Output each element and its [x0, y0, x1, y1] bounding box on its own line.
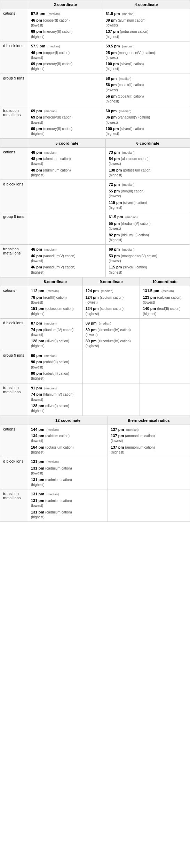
cell-content: 91 pm (median)74 pm (titanium(IV) cation… [31, 386, 80, 413]
table-row: group 9 ions90 pm (median)90 pm (cobalt(… [0, 351, 190, 383]
cell-content: 90 pm (median)90 pm (cobalt(II) cation)(… [31, 353, 80, 381]
row-label: group 9 ions [0, 212, 28, 245]
cell-content: 48 pm (median)48 pm (aluminum cation)(lo… [31, 150, 103, 178]
table-row: group 9 ions56 pm (median)56 pm (cobalt(… [0, 74, 190, 106]
row-label: cations [0, 147, 28, 180]
cell-content: 131.5 pm (median)123 pm (calcium cation)… [143, 288, 187, 316]
cell-1 [108, 489, 190, 522]
section-section-8-9-10: 8-coordinate9-coordinate10-coordinatecat… [0, 277, 190, 416]
cell-1: 89 pm (median)89 pm (zirconium(IV) catio… [82, 318, 140, 351]
col-header-0 [0, 0, 28, 9]
cell-content: 61.5 pm (median)55 pm (rhodium(V) cation… [109, 214, 187, 242]
section-table-section-2-4: 2-coordinate4-coordinatecations57.5 pm (… [0, 0, 190, 139]
table-row: cations144 pm (median)134 pm (calcium ca… [0, 425, 190, 457]
cell-1: 69 pm (median)53 pm (manganese(IV) catio… [106, 245, 190, 277]
cell-content: 112 pm (median)78 pm (iron(III) cation)(… [31, 288, 80, 316]
cell-0: 57.5 pm (median)46 pm (copper(I) cation)… [28, 9, 103, 41]
cell-1: 61.5 pm (median)39 pm (aluminum cation)(… [103, 9, 190, 41]
cell-0: 57.5 pm (median)46 pm (copper(I) cation)… [28, 41, 103, 74]
row-label: cations [0, 9, 28, 41]
table-row: cations48 pm (median)48 pm (aluminum cat… [0, 147, 190, 180]
row-label: d block ions [0, 41, 28, 74]
table-row: cations112 pm (median)78 pm (iron(III) c… [0, 286, 190, 319]
cell-content: 46 pm (median)46 pm (vanadium(V) cation)… [31, 247, 103, 275]
cell-2 [140, 318, 190, 351]
cell-1: 61.5 pm (median)55 pm (rhodium(V) cation… [106, 212, 190, 245]
col-header-2: 4-coordinate [103, 0, 190, 9]
row-label: d block ions [0, 180, 28, 212]
cell-content: 87 pm (median)74 pm (titanium(IV) cation… [31, 321, 80, 349]
cell-0: 46 pm (median)46 pm (vanadium(V) cation)… [28, 245, 106, 277]
cell-content: 144 pm (median)134 pm (calcium cation)(l… [31, 427, 105, 455]
cell-2 [140, 351, 190, 383]
table-row: transition metal ions46 pm (median)46 pm… [0, 245, 190, 277]
section-section-2-4: 2-coordinate4-coordinatecations57.5 pm (… [0, 0, 190, 139]
cell-1: 72 pm (median)55 pm (iron(III) cation)(l… [106, 180, 190, 212]
cell-2: 131.5 pm (median)123 pm (calcium cation)… [140, 286, 190, 319]
cell-content: 60 pm (median)36 pm (vanadium(V) cation)… [106, 108, 187, 136]
table-row: d block ions87 pm (median)74 pm (titaniu… [0, 318, 190, 351]
cell-1 [82, 351, 140, 383]
cell-content: 69 pm (median)53 pm (manganese(IV) catio… [109, 247, 187, 275]
cell-content: 56 pm (median)56 pm (cobalt(II) cation)(… [106, 76, 187, 104]
cell-content: 131 pm (median)131 pm (cadmium cation)(l… [31, 492, 105, 519]
cell-0: 144 pm (median)134 pm (calcium cation)(l… [28, 425, 108, 457]
cell-2 [140, 383, 190, 416]
cell-1: 56 pm (median)56 pm (cobalt(II) cation)(… [103, 74, 190, 106]
col-header-1: 5-coordinate [28, 139, 106, 147]
col-header-2: 6-coordinate [106, 139, 190, 147]
table-row: cations57.5 pm (median)46 pm (copper(I) … [0, 9, 190, 41]
cell-content: 61.5 pm (median)39 pm (aluminum cation)(… [106, 11, 187, 39]
row-label: cations [0, 425, 28, 457]
cell-0: 131 pm (median)131 pm (cadmium cation)(l… [28, 489, 108, 522]
cell-0 [28, 212, 106, 245]
section-section-5-6: 5-coordinate6-coordinatecations48 pm (me… [0, 139, 190, 277]
table-row: transition metal ions69 pm (median)69 pm… [0, 106, 190, 138]
col-header-0 [0, 277, 28, 286]
cell-0: 48 pm (median)48 pm (aluminum cation)(lo… [28, 147, 106, 180]
table-row: d block ions57.5 pm (median)46 pm (coppe… [0, 41, 190, 74]
cell-content: 57.5 pm (median)46 pm (copper(I) cation)… [31, 11, 100, 39]
row-label: d block ions [0, 457, 28, 489]
col-header-3: 10-coordinate [140, 277, 190, 286]
table-row: d block ions72 pm (median)55 pm (iron(II… [0, 180, 190, 212]
col-header-2: thermochemical radius [108, 416, 190, 425]
cell-0 [28, 74, 103, 106]
row-label: cations [0, 286, 28, 319]
row-label: transition metal ions [0, 489, 28, 522]
cell-0: 131 pm (median)131 pm (cadmium cation)(l… [28, 457, 108, 489]
table-row: group 9 ions61.5 pm (median)55 pm (rhodi… [0, 212, 190, 245]
table-row: transition metal ions91 pm (median)74 pm… [0, 383, 190, 416]
section-section-12-thermo: 12-coordinatethermochemical radiuscation… [0, 416, 190, 522]
cell-1 [108, 457, 190, 489]
cell-content: 73 pm (median)54 pm (aluminum cation)(lo… [109, 150, 187, 178]
section-table-section-5-6: 5-coordinate6-coordinatecations48 pm (me… [0, 139, 190, 277]
col-header-2: 9-coordinate [82, 277, 140, 286]
cell-content: 57.5 pm (median)46 pm (copper(I) cation)… [31, 44, 100, 71]
cell-1: 60 pm (median)36 pm (vanadium(V) cation)… [103, 106, 190, 138]
cell-content: 69 pm (median)69 pm (mercury(II) cation)… [31, 108, 100, 136]
col-header-0 [0, 139, 28, 147]
section-table-section-8-9-10: 8-coordinate9-coordinate10-coordinatecat… [0, 277, 190, 416]
cell-0: 112 pm (median)78 pm (iron(III) cation)(… [28, 286, 83, 319]
col-header-0 [0, 416, 28, 425]
cell-1: 124 pm (median)124 pm (sodium cation)(lo… [82, 286, 140, 319]
section-table-section-12-thermo: 12-coordinatethermochemical radiuscation… [0, 416, 190, 522]
cell-1: 73 pm (median)54 pm (aluminum cation)(lo… [106, 147, 190, 180]
row-label: transition metal ions [0, 106, 28, 138]
col-header-1: 12-coordinate [28, 416, 108, 425]
cell-content: 131 pm (median)131 pm (cadmium cation)(l… [31, 459, 105, 487]
col-header-1: 8-coordinate [28, 277, 83, 286]
cell-0: 69 pm (median)69 pm (mercury(II) cation)… [28, 106, 103, 138]
cell-content: 89 pm (median)89 pm (zirconium(IV) catio… [86, 321, 137, 349]
cell-0 [28, 180, 106, 212]
cell-content: 59.5 pm (median)25 pm (manganese(VII) ca… [106, 44, 187, 71]
cell-content: 72 pm (median)55 pm (iron(III) cation)(l… [109, 182, 187, 210]
table-row: d block ions131 pm (median)131 pm (cadmi… [0, 457, 190, 489]
cell-1: 59.5 pm (median)25 pm (manganese(VII) ca… [103, 41, 190, 74]
cell-content: 137 pm (median)137 pm (ammonium cation)(… [111, 427, 187, 455]
row-label: d block ions [0, 318, 28, 351]
table-row: transition metal ions131 pm (median)131 … [0, 489, 190, 522]
cell-0: 87 pm (median)74 pm (titanium(IV) cation… [28, 318, 83, 351]
cell-0: 91 pm (median)74 pm (titanium(IV) cation… [28, 383, 83, 416]
